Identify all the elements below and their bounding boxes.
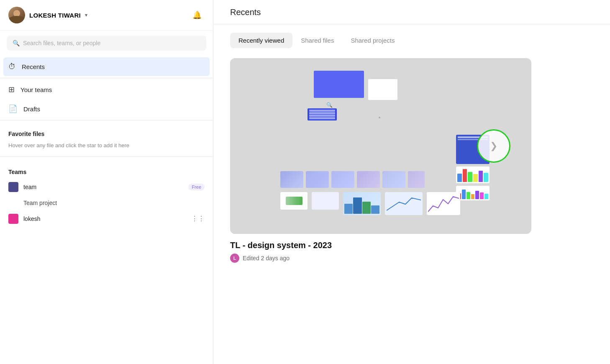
bc-bar-1	[344, 204, 353, 214]
main-header: Recents	[213, 0, 610, 24]
preview-nav-stack	[308, 108, 337, 120]
divider-3	[0, 156, 213, 157]
tune-icon[interactable]: ⋮⋮	[191, 215, 205, 223]
thumb-3	[331, 171, 354, 188]
favorites-section: Favorite files Hover over any file and c…	[0, 124, 213, 159]
bottom-card-light	[312, 192, 339, 210]
search-placeholder: Search files, teams, or people	[23, 40, 100, 46]
thumb-6	[408, 171, 425, 188]
lokesh-team-name: lokesh	[23, 215, 186, 222]
bottom-chart-line	[385, 192, 423, 215]
user-menu[interactable]: LOKESH TIWARI ▾	[8, 7, 87, 23]
team-name: team	[23, 184, 183, 190]
bar-3	[468, 172, 472, 182]
recents-icon: ⏱	[8, 62, 16, 71]
search-bar[interactable]: 🔍 Search files, teams, or people	[7, 36, 206, 51]
teams-section-title: Teams	[0, 162, 213, 178]
file-preview: 🔍	[230, 58, 531, 234]
bell-icon: 🔔	[192, 10, 202, 20]
tab-shared-projects[interactable]: Shared projects	[342, 33, 403, 48]
bc-bar-3	[362, 202, 371, 214]
bc-bar-4	[371, 205, 379, 214]
bar-5	[479, 171, 483, 182]
sidebar-item-teams[interactable]: ⊞ Your teams	[0, 80, 213, 99]
bottom-chart-blue	[343, 192, 381, 215]
nav-line-2	[309, 112, 335, 114]
tabs-bar: Recently viewed Shared files Shared proj…	[213, 24, 610, 48]
search-icon: 🔍	[13, 40, 20, 46]
mbar-2	[462, 190, 466, 199]
team-item-lokesh[interactable]: lokesh ⋮⋮	[0, 210, 213, 228]
preview-dot	[379, 117, 380, 118]
notification-button[interactable]: 🔔	[190, 8, 205, 23]
tab-recently-viewed[interactable]: Recently viewed	[230, 33, 292, 48]
preview-thumbnails	[280, 171, 425, 188]
file-card[interactable]: 🔍	[230, 58, 531, 234]
card-line-chart	[286, 197, 302, 205]
file-edited-text: Edited 2 days ago	[243, 255, 290, 261]
mbar-4	[471, 194, 475, 199]
team-item-team[interactable]: team Free	[0, 178, 213, 196]
tab-shared-files[interactable]: Shared files	[292, 33, 342, 48]
bottom-white-card-2	[427, 192, 460, 215]
preview-element-blue-rect	[314, 71, 364, 98]
drafts-icon: 📄	[8, 104, 18, 113]
bar-1	[457, 174, 462, 182]
sidebar-item-drafts[interactable]: 📄 Drafts	[0, 99, 213, 118]
lokesh-color-indicator	[8, 214, 18, 224]
chart-bar-card	[456, 167, 490, 183]
bc-bar-2	[353, 197, 361, 214]
line-chart-svg	[387, 194, 421, 213]
user-name: LOKESH TIWARI	[29, 12, 81, 19]
file-title: TL - design system - 2023	[230, 241, 593, 250]
nav-line-1	[309, 110, 335, 112]
teams-label: Your teams	[21, 86, 52, 93]
sidebar-item-recents[interactable]: ⏱ Recents	[3, 57, 210, 76]
preview-element-white-rect	[368, 79, 397, 100]
chevron-right-icon: ❯	[490, 141, 497, 151]
file-meta: L Edited 2 days ago	[230, 254, 593, 263]
nav-line-4	[309, 117, 335, 119]
bar-4	[473, 174, 478, 182]
divider-2	[0, 120, 213, 120]
avatar	[8, 7, 25, 23]
sidebar-header: LOKESH TIWARI ▾ 🔔	[0, 0, 213, 31]
main-content: Recents Recently viewed Shared files Sha…	[213, 0, 610, 364]
divider-1	[0, 78, 213, 78]
thumb-1	[280, 171, 303, 188]
favorites-desc: Hover over any file and click the star t…	[0, 140, 213, 155]
mbar-5	[475, 191, 479, 199]
drafts-label: Drafts	[23, 105, 40, 113]
favorites-title: Favorite files	[0, 124, 213, 140]
thumb-4	[357, 171, 380, 188]
chart-multibar-card	[456, 186, 490, 200]
mbar-3	[466, 192, 470, 199]
editor-avatar: L	[230, 254, 239, 263]
mbar-7	[484, 194, 488, 199]
bottom-card-white	[280, 192, 308, 210]
teams-section: Teams team Free Team project lokesh ⋮⋮	[0, 159, 213, 231]
chevron-down-icon: ▾	[85, 12, 87, 18]
bar-6	[484, 173, 488, 182]
nav-line-3	[309, 115, 335, 117]
bar-2	[463, 169, 467, 182]
next-button[interactable]: ❯	[477, 129, 510, 163]
nav-items: ⏱ Recents ⊞ Your teams 📄 Drafts	[0, 56, 213, 124]
teams-icon: ⊞	[8, 85, 15, 94]
content-area: 🔍	[213, 48, 610, 364]
thumb-5	[382, 171, 405, 188]
file-info: TL - design system - 2023 L Edited 2 day…	[230, 241, 593, 263]
team-free-badge: Free	[188, 184, 205, 190]
thumb-2	[306, 171, 329, 188]
team-color-indicator	[8, 182, 18, 192]
team-project-item[interactable]: Team project	[0, 196, 213, 210]
recents-label: Recents	[22, 63, 45, 70]
white-chart-svg	[428, 193, 459, 214]
mbar-6	[480, 192, 484, 199]
sidebar: LOKESH TIWARI ▾ 🔔 🔍 Search files, teams,…	[0, 0, 213, 364]
page-title: Recents	[230, 8, 593, 17]
preview-search-indicator: 🔍	[326, 102, 333, 108]
bottom-cards-row	[280, 192, 460, 215]
team-project-label: Team project	[23, 200, 57, 206]
